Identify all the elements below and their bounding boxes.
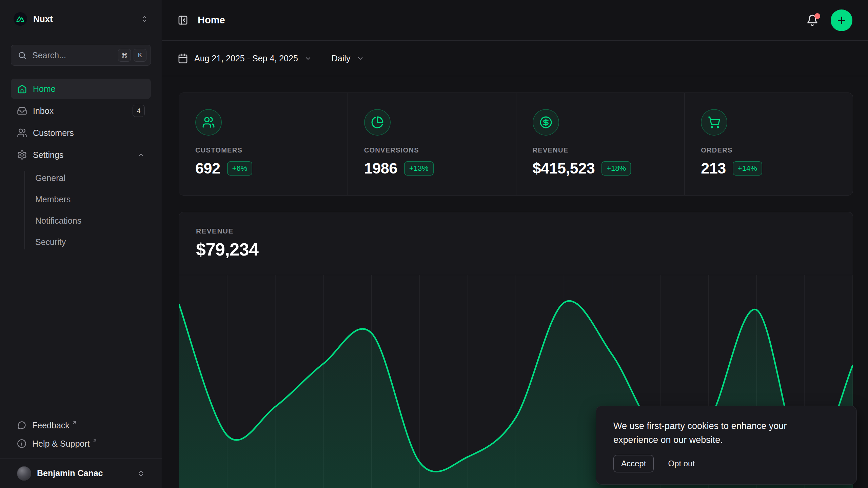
sidebar: Nuxt Search... ⌘ K Home <box>0 0 162 488</box>
stat-card-orders[interactable]: ORDERS 213 +14% <box>684 93 853 195</box>
sidebar-item-label: Home <box>33 84 56 94</box>
avatar <box>17 466 31 481</box>
users-icon <box>195 109 222 136</box>
sidebar-item-label: Customers <box>33 128 74 138</box>
stat-card-customers[interactable]: CUSTOMERS 692 +6% <box>179 93 348 195</box>
cookie-message: We use first-party cookies to enhance yo… <box>613 419 808 447</box>
stat-value: 692 <box>195 160 220 177</box>
date-range-value: Aug 21, 2025 - Sep 4, 2025 <box>194 54 298 63</box>
info-circle-icon <box>17 439 26 448</box>
kbd-key: K <box>134 49 146 62</box>
sidebar-item-home[interactable]: Home <box>11 79 151 99</box>
calendar-icon <box>178 53 188 64</box>
granularity-select[interactable]: Daily <box>332 54 364 63</box>
workspace-name: Nuxt <box>33 14 53 24</box>
stat-label: CONVERSIONS <box>364 146 516 154</box>
chevrons-up-down-icon <box>141 15 148 23</box>
stat-label: REVENUE <box>533 146 685 154</box>
date-range-picker[interactable]: Aug 21, 2025 - Sep 4, 2025 <box>178 53 312 64</box>
accept-cookies-button[interactable]: Accept <box>613 455 654 472</box>
message-bubble-icon <box>17 421 26 430</box>
sidebar-item-help-support[interactable]: Help & Support <box>11 434 151 453</box>
sub-item-label: General <box>35 173 65 183</box>
pie-chart-icon <box>364 109 391 136</box>
sidebar-item-inbox[interactable]: Inbox 4 <box>11 101 151 121</box>
sidebar-item-settings[interactable]: Settings <box>11 145 151 165</box>
revenue-chart-value: $79,234 <box>196 239 853 260</box>
stat-card-revenue[interactable]: REVENUE $415,523 +18% <box>516 93 685 195</box>
filters-toolbar: Aug 21, 2025 - Sep 4, 2025 Daily <box>162 41 868 76</box>
external-link-icon <box>72 420 77 425</box>
sub-item-label: Security <box>35 237 66 247</box>
chevrons-up-down-icon <box>137 470 145 477</box>
inbox-icon <box>17 106 27 116</box>
sidebar-footer: Feedback Help & Support <box>0 416 162 458</box>
settings-subnav: General Members Notifications Security <box>11 168 151 252</box>
gear-icon <box>17 150 27 160</box>
chevron-down-icon <box>356 55 364 62</box>
stat-delta-badge: +18% <box>601 161 631 176</box>
sidebar-item-security[interactable]: Security <box>11 232 151 252</box>
nuxt-logo-icon <box>14 12 27 26</box>
footer-item-label: Feedback <box>32 421 70 430</box>
sidebar-item-label: Settings <box>33 150 63 160</box>
cookie-banner: We use first-party cookies to enhance yo… <box>596 406 857 485</box>
stat-value: $415,523 <box>533 160 595 177</box>
sidebar-item-members[interactable]: Members <box>11 189 151 209</box>
notifications-button[interactable] <box>806 14 818 26</box>
page-header: Home <box>162 0 868 41</box>
panel-left-close-icon <box>178 15 188 25</box>
optout-cookies-button[interactable]: Opt out <box>668 459 695 468</box>
search-shortcut: ⌘ K <box>118 49 146 62</box>
stat-label: CUSTOMERS <box>195 146 348 154</box>
stat-delta-badge: +13% <box>404 161 434 176</box>
sidebar-item-general[interactable]: General <box>11 168 151 188</box>
inbox-unread-badge: 4 <box>133 105 145 117</box>
add-button[interactable] <box>831 9 852 31</box>
sub-item-label: Members <box>35 195 71 204</box>
stat-card-conversions[interactable]: CONVERSIONS 1986 +13% <box>348 93 516 195</box>
stat-delta-badge: +14% <box>733 161 762 176</box>
stats-row: CUSTOMERS 692 +6% CONVERSIONS 1986 +13% <box>179 93 853 196</box>
kbd-meta: ⌘ <box>118 49 131 62</box>
sidebar-nav: Home Inbox 4 Customers Settings Ge <box>0 79 162 252</box>
shopping-cart-icon <box>701 109 727 136</box>
collapse-sidebar-button[interactable] <box>178 15 188 25</box>
stat-label: ORDERS <box>701 146 853 154</box>
search-icon <box>18 51 27 60</box>
granularity-value: Daily <box>332 54 351 63</box>
dollar-circle-icon <box>533 109 559 136</box>
footer-item-label: Help & Support <box>32 439 90 449</box>
sidebar-item-label: Inbox <box>33 106 54 116</box>
sidebar-item-customers[interactable]: Customers <box>11 123 151 143</box>
users-icon <box>17 128 27 138</box>
sidebar-item-feedback[interactable]: Feedback <box>11 416 151 434</box>
revenue-chart-label: REVENUE <box>196 227 853 235</box>
notification-dot <box>814 13 820 19</box>
external-link-icon <box>92 438 97 443</box>
stat-value: 1986 <box>364 160 397 177</box>
search-input[interactable]: Search... ⌘ K <box>11 45 151 66</box>
plus-icon <box>836 15 847 26</box>
home-icon <box>17 84 27 94</box>
chevron-up-icon <box>137 151 145 159</box>
user-menu[interactable]: Benjamin Canac <box>0 458 162 488</box>
sub-item-label: Notifications <box>35 216 81 226</box>
stat-delta-badge: +6% <box>227 161 253 176</box>
page-title: Home <box>198 15 225 26</box>
search-placeholder: Search... <box>32 50 66 60</box>
workspace-switcher[interactable]: Nuxt <box>11 9 151 29</box>
chevron-down-icon <box>304 55 312 62</box>
stat-value: 213 <box>701 160 726 177</box>
sidebar-item-notifications[interactable]: Notifications <box>11 211 151 231</box>
user-name: Benjamin Canac <box>37 468 103 478</box>
